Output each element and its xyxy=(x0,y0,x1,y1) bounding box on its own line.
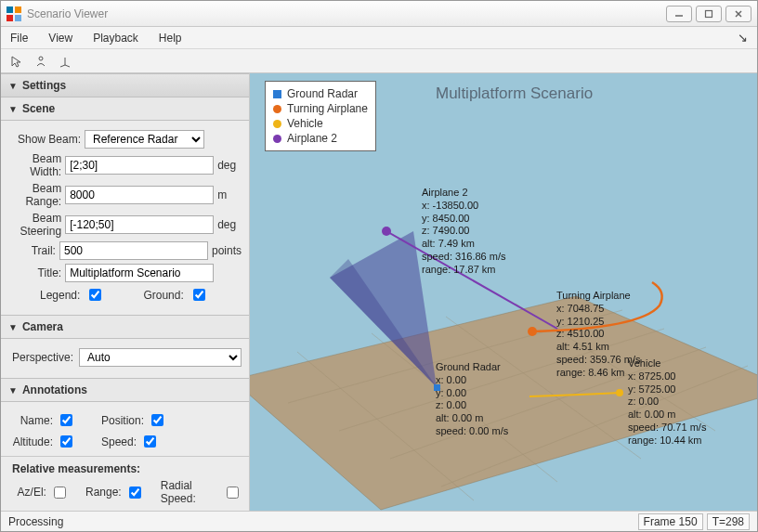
anno-name-label: Name: xyxy=(12,414,53,427)
relative-header: Relative measurements: xyxy=(12,462,242,475)
undock-icon[interactable]: ↘ xyxy=(738,31,748,45)
beam-width-input[interactable] xyxy=(65,156,214,175)
rel-azel-label: Az/El: xyxy=(12,486,46,499)
trail-label: Trail: xyxy=(12,244,59,257)
turning-airplane-marker xyxy=(528,327,537,336)
menu-help[interactable]: Help xyxy=(159,32,182,45)
trail-input[interactable] xyxy=(59,241,208,260)
anno-position-checkbox[interactable] xyxy=(151,414,163,426)
ground-checkbox[interactable] xyxy=(193,289,205,301)
anno-position-label: Position: xyxy=(101,414,144,427)
tool-person-icon[interactable] xyxy=(31,51,51,71)
beam-width-label: Beam Width: xyxy=(12,152,65,178)
rel-azel-checkbox[interactable] xyxy=(54,487,66,499)
show-beam-select[interactable]: Reference Radar xyxy=(85,130,204,149)
tool-axes-icon[interactable] xyxy=(55,51,75,71)
beam-steering-input[interactable] xyxy=(65,215,214,234)
annotations-header-label: Annotations xyxy=(22,383,87,396)
camera-header-label: Camera xyxy=(22,320,63,333)
trail-unit: points xyxy=(208,244,242,257)
anno-altitude-checkbox[interactable] xyxy=(60,435,72,448)
maximize-button[interactable] xyxy=(696,6,722,22)
svg-rect-1 xyxy=(15,6,21,13)
status-processing: Processing xyxy=(8,515,63,528)
menu-file[interactable]: File xyxy=(10,32,28,45)
menu-playback[interactable]: Playback xyxy=(93,32,138,45)
settings-panel: ▼ Settings ▼ Scene Show Beam: Reference … xyxy=(1,73,250,511)
chevron-down-icon: ▼ xyxy=(8,322,18,332)
legend-checkbox[interactable] xyxy=(89,289,101,301)
menu-view[interactable]: View xyxy=(48,32,72,45)
svg-point-8 xyxy=(39,57,43,60)
beam-steering-unit: deg xyxy=(214,218,242,231)
chevron-down-icon: ▼ xyxy=(8,385,18,396)
anno-name-checkbox[interactable] xyxy=(60,414,72,426)
perspective-label: Perspective: xyxy=(12,351,79,364)
anno-speed-label: Speed: xyxy=(101,435,137,448)
beam-width-unit: deg xyxy=(214,159,242,172)
camera-header[interactable]: ▼ Camera xyxy=(1,315,249,339)
settings-header-label: Settings xyxy=(22,79,66,92)
settings-header[interactable]: ▼ Settings xyxy=(1,73,249,97)
perspective-select[interactable]: Auto xyxy=(79,348,242,367)
svg-rect-0 xyxy=(7,6,13,13)
annotations-header[interactable]: ▼ Annotations xyxy=(1,378,249,402)
rel-radial-label: Radial Speed: xyxy=(161,479,219,505)
status-time: T=298 xyxy=(707,513,750,530)
toolbar xyxy=(1,49,757,73)
title-input[interactable] xyxy=(65,264,214,282)
scene-viewport[interactable]: Ground Radar Turning Airplane Vehicle Ai… xyxy=(250,73,757,511)
svg-rect-5 xyxy=(706,10,712,17)
anno-speed-checkbox[interactable] xyxy=(144,435,156,448)
beam-steering-label: Beam Steering xyxy=(12,212,65,238)
beam-range-input[interactable] xyxy=(65,186,214,204)
rel-range-checkbox[interactable] xyxy=(129,487,141,499)
status-bar: Processing Frame 150 T=298 xyxy=(1,511,757,531)
airplane2-annotation: Airplane 2 x: -13850.00 y: 8450.00 z: 74… xyxy=(422,187,506,276)
chevron-down-icon: ▼ xyxy=(8,81,18,91)
titlebar: Scenario Viewer xyxy=(1,1,757,27)
rel-radial-checkbox[interactable] xyxy=(227,487,239,499)
scene-header-label: Scene xyxy=(22,102,55,115)
status-frame: Frame 150 xyxy=(638,513,703,530)
scene-header[interactable]: ▼ Scene xyxy=(1,97,249,121)
chevron-down-icon: ▼ xyxy=(8,104,18,114)
show-beam-label: Show Beam: xyxy=(12,133,85,146)
close-button[interactable] xyxy=(725,6,751,22)
anno-altitude-label: Altitude: xyxy=(12,435,53,448)
svg-rect-3 xyxy=(15,15,21,21)
vehicle-marker xyxy=(616,389,623,396)
ground-radar-annotation: Ground Radar x: 0.00 y: 0.00 z: 0.00 alt… xyxy=(436,361,508,438)
svg-rect-2 xyxy=(7,15,13,21)
tool-cursor-icon[interactable] xyxy=(7,51,27,71)
vehicle-annotation: Vehicle x: 8725.00 y: 5725.00 z: 0.00 al… xyxy=(628,357,706,447)
rel-range-label: Range: xyxy=(85,486,122,499)
ground-label: Ground: xyxy=(143,289,183,302)
title-label: Title: xyxy=(12,266,65,279)
window-title: Scenario Viewer xyxy=(27,7,108,20)
minimize-button[interactable] xyxy=(666,6,692,22)
legend-label: Legend: xyxy=(40,289,80,302)
menubar: File View Playback Help ↘ xyxy=(1,27,757,49)
beam-range-label: Beam Range: xyxy=(12,182,65,208)
app-logo-icon xyxy=(7,6,21,21)
beam-range-unit: m xyxy=(214,188,242,201)
airplane2-marker xyxy=(382,227,391,236)
